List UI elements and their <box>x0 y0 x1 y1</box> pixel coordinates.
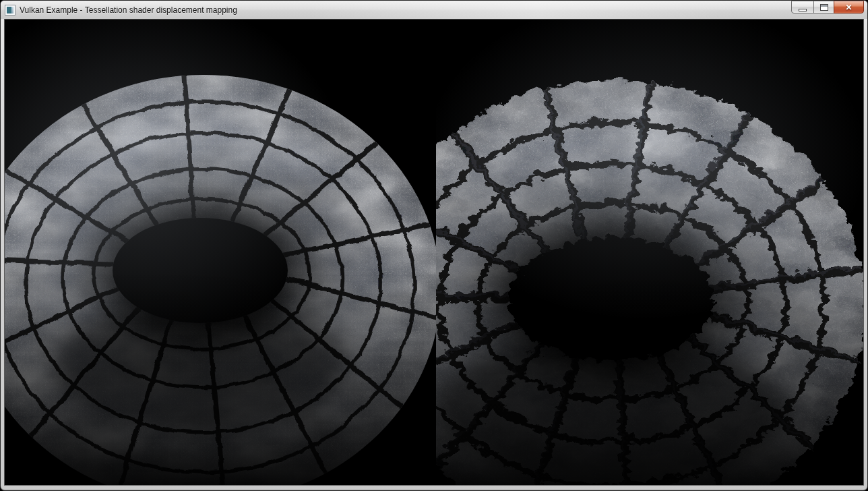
app-icon <box>5 5 16 16</box>
titlebar[interactable]: Vulkan Example - Tessellation shader dis… <box>1 1 867 19</box>
render-client-area[interactable] <box>4 19 864 486</box>
app-window: Vulkan Example - Tessellation shader dis… <box>0 0 868 491</box>
close-icon: ✕ <box>845 3 852 11</box>
torus-view-left <box>5 20 454 485</box>
maximize-button[interactable] <box>813 1 834 13</box>
minimize-button[interactable] <box>791 1 814 13</box>
vulkan-render-viewport[interactable] <box>5 20 863 485</box>
close-button[interactable]: ✕ <box>834 1 864 13</box>
app-icon-accent <box>7 7 11 13</box>
window-title: Vulkan Example - Tessellation shader dis… <box>20 5 237 15</box>
minimize-icon <box>799 9 807 11</box>
app-icon-pane <box>11 7 13 13</box>
maximize-icon <box>820 4 828 11</box>
caption-button-group: ✕ <box>792 1 864 13</box>
